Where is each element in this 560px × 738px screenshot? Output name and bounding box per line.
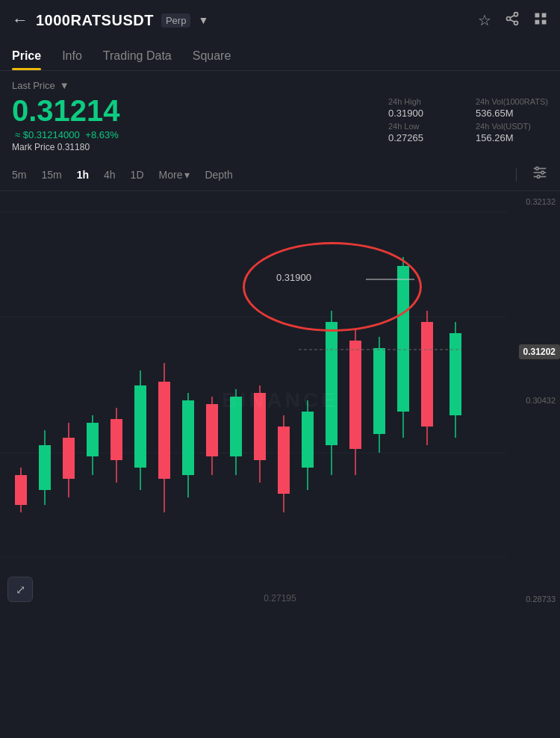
back-button[interactable]: ← — [12, 10, 28, 30]
header-right: ☆ — [478, 11, 548, 30]
chart-area[interactable]: BINANCE 0.32132 0.30432 0.28733 0.31202 … — [0, 191, 560, 610]
last-price-label: Last Price ▼ — [12, 80, 548, 91]
main-price: 0.31214 — [12, 94, 388, 127]
svg-point-1 — [507, 16, 511, 20]
svg-rect-8 — [542, 19, 547, 24]
svg-rect-28 — [111, 419, 122, 460]
svg-rect-26 — [87, 423, 99, 456]
stat-24h-high-value: 0.31900 — [388, 108, 461, 119]
price-section: Last Price ▼ 0.31214 ≈ $0.31214000 +8.63… — [0, 71, 560, 158]
stat-vol-rats: 24h Vol(1000RATS) 536.65M — [476, 97, 548, 119]
tab-square[interactable]: Square — [193, 40, 231, 70]
timeframe-bar: 5m 15m 1h 4h 1D More ▾ Depth — [0, 158, 560, 191]
share-icon[interactable] — [505, 11, 520, 30]
stat-24h-high-label: 24h High — [388, 97, 461, 106]
annotation-price-label: 0.31900 — [276, 272, 311, 283]
stat-24h-low-label: 24h Low — [388, 122, 461, 131]
svg-rect-44 — [302, 412, 314, 468]
chart-settings-icon[interactable] — [532, 164, 548, 184]
stat-vol-usdt-label: 24h Vol(USDT) — [476, 122, 548, 131]
header-left: ← 1000RATSUSDT Perp ▼ — [12, 10, 208, 30]
svg-point-14 — [537, 176, 540, 179]
current-price-tag: 0.31202 — [519, 344, 560, 359]
tf-more-button[interactable]: More ▾ — [159, 169, 190, 181]
stats-grid: 24h High 0.31900 24h Vol(1000RATS) 536.6… — [388, 94, 548, 143]
svg-rect-50 — [373, 348, 385, 434]
candlestick-chart — [0, 191, 506, 610]
svg-rect-52 — [397, 266, 409, 412]
stat-24h-high: 24h High 0.31900 — [388, 97, 461, 119]
svg-rect-24 — [63, 438, 75, 479]
bottom-price-label: 0.27195 — [264, 593, 296, 604]
svg-rect-56 — [449, 333, 461, 415]
tab-trading-data[interactable]: Trading Data — [103, 40, 172, 70]
svg-rect-30 — [134, 385, 146, 468]
svg-line-3 — [510, 19, 514, 22]
svg-point-2 — [514, 21, 518, 25]
tf-1h[interactable]: 1h — [77, 166, 89, 184]
grid-icon[interactable] — [533, 11, 548, 30]
svg-rect-6 — [542, 13, 547, 17]
mark-price: Mark Price 0.31180 — [12, 142, 388, 152]
usd-price: ≈ $0.31214000 +8.63% — [12, 129, 388, 140]
y-label-mid: 0.30432 — [511, 396, 556, 405]
y-label-bottom: 0.28733 — [511, 595, 556, 604]
stat-vol-usdt: 24h Vol(USDT) 156.26M — [476, 122, 548, 143]
tf-4h[interactable]: 4h — [104, 166, 116, 184]
svg-rect-54 — [421, 322, 433, 427]
svg-rect-46 — [326, 322, 337, 445]
restore-icon: ⤢ — [16, 583, 25, 597]
tf-depth-button[interactable]: Depth — [205, 169, 232, 181]
svg-rect-22 — [39, 445, 51, 490]
svg-rect-36 — [206, 404, 218, 456]
stat-vol-usdt-value: 156.26M — [476, 132, 548, 143]
tf-1d[interactable]: 1D — [131, 166, 144, 184]
svg-rect-38 — [230, 397, 242, 456]
svg-point-0 — [514, 12, 518, 16]
svg-rect-32 — [158, 382, 170, 479]
y-axis: 0.32132 0.30432 0.28733 — [506, 191, 560, 610]
dropdown-icon[interactable]: ▼ — [198, 14, 208, 26]
svg-point-13 — [541, 171, 544, 174]
tab-info[interactable]: Info — [62, 40, 82, 70]
price-left: 0.31214 ≈ $0.31214000 +8.63% Mark Price … — [12, 94, 388, 152]
stat-24h-low: 24h Low 0.27265 — [388, 122, 461, 143]
divider — [516, 168, 517, 182]
svg-point-12 — [536, 167, 539, 170]
stat-24h-low-value: 0.27265 — [388, 132, 461, 143]
svg-rect-42 — [278, 427, 290, 494]
svg-rect-20 — [15, 475, 27, 505]
perp-badge[interactable]: Perp — [161, 13, 190, 28]
stat-vol-rats-value: 536.65M — [476, 108, 548, 119]
tab-price[interactable]: Price — [12, 40, 41, 70]
header: ← 1000RATSUSDT Perp ▼ ☆ — [0, 0, 560, 40]
dropdown-arrow[interactable]: ▼ — [60, 80, 69, 91]
svg-rect-40 — [254, 393, 266, 460]
tf-15m[interactable]: 15m — [41, 166, 61, 184]
stat-vol-rats-label: 24h Vol(1000RATS) — [476, 97, 548, 106]
more-dropdown-icon: ▾ — [184, 169, 190, 181]
pair-title: 1000RATSUSDT — [36, 12, 154, 29]
price-row: 0.31214 ≈ $0.31214000 +8.63% Mark Price … — [12, 94, 548, 152]
svg-rect-34 — [182, 400, 194, 475]
tf-5m[interactable]: 5m — [12, 166, 26, 184]
star-icon[interactable]: ☆ — [478, 11, 491, 29]
restore-button[interactable]: ⤢ — [7, 577, 33, 602]
tab-bar: Price Info Trading Data Square — [0, 40, 560, 71]
svg-rect-5 — [535, 13, 540, 17]
svg-rect-48 — [349, 341, 361, 449]
y-label-top: 0.32132 — [511, 197, 556, 206]
svg-line-4 — [510, 15, 514, 17]
svg-rect-7 — [535, 19, 540, 24]
